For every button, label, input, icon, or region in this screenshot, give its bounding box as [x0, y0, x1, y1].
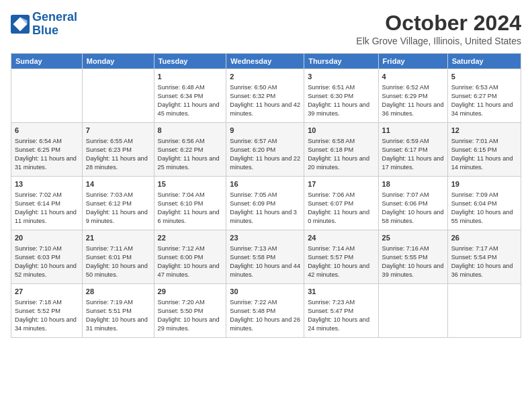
calendar-cell: 15Sunrise: 7:04 AM Sunset: 6:10 PM Dayli…	[154, 177, 226, 230]
day-number: 21	[86, 233, 150, 243]
calendar-cell: 13Sunrise: 7:02 AM Sunset: 6:14 PM Dayli…	[11, 177, 83, 230]
day-number: 15	[158, 179, 223, 189]
day-number: 13	[15, 179, 79, 189]
calendar-week-3: 13Sunrise: 7:02 AM Sunset: 6:14 PM Dayli…	[11, 177, 521, 230]
calendar-cell: 11Sunrise: 6:59 AM Sunset: 6:17 PM Dayli…	[378, 123, 447, 177]
column-header-wednesday: Wednesday	[226, 54, 304, 69]
day-number: 9	[230, 126, 300, 136]
page-header: General Blue October 2024 Elk Grove Vill…	[11, 11, 521, 46]
day-detail: Sunrise: 6:54 AM Sunset: 6:25 PM Dayligh…	[15, 137, 79, 172]
day-number: 6	[15, 126, 79, 136]
calendar-cell: 7Sunrise: 6:55 AM Sunset: 6:23 PM Daylig…	[82, 123, 154, 177]
day-number: 24	[308, 233, 374, 243]
calendar-cell: 5Sunrise: 6:53 AM Sunset: 6:27 PM Daylig…	[447, 69, 521, 123]
day-number: 29	[158, 287, 223, 297]
column-header-friday: Friday	[378, 54, 447, 69]
calendar-table: SundayMondayTuesdayWednesdayThursdayFrid…	[11, 53, 521, 338]
day-detail: Sunrise: 6:51 AM Sunset: 6:30 PM Dayligh…	[308, 83, 374, 118]
day-number: 10	[308, 126, 374, 136]
calendar-week-1: 1Sunrise: 6:48 AM Sunset: 6:34 PM Daylig…	[11, 69, 521, 123]
column-header-sunday: Sunday	[11, 54, 83, 69]
calendar-cell: 29Sunrise: 7:20 AM Sunset: 5:50 PM Dayli…	[154, 284, 226, 338]
calendar-cell: 19Sunrise: 7:09 AM Sunset: 6:04 PM Dayli…	[447, 177, 521, 230]
day-number: 28	[86, 287, 150, 297]
calendar-cell: 27Sunrise: 7:18 AM Sunset: 5:52 PM Dayli…	[11, 284, 83, 338]
day-detail: Sunrise: 7:22 AM Sunset: 5:48 PM Dayligh…	[230, 298, 300, 333]
calendar-cell: 22Sunrise: 7:12 AM Sunset: 6:00 PM Dayli…	[154, 230, 226, 284]
calendar-cell	[11, 69, 83, 123]
column-header-saturday: Saturday	[447, 54, 521, 69]
day-detail: Sunrise: 7:20 AM Sunset: 5:50 PM Dayligh…	[158, 298, 223, 333]
logo-icon	[11, 15, 30, 34]
day-number: 31	[308, 287, 374, 297]
day-detail: Sunrise: 6:59 AM Sunset: 6:17 PM Dayligh…	[382, 137, 444, 172]
day-detail: Sunrise: 6:56 AM Sunset: 6:22 PM Dayligh…	[158, 137, 223, 172]
day-number: 5	[451, 72, 517, 82]
day-detail: Sunrise: 7:16 AM Sunset: 5:55 PM Dayligh…	[382, 244, 444, 279]
day-number: 22	[158, 233, 223, 243]
day-number: 25	[382, 233, 444, 243]
calendar-cell: 1Sunrise: 6:48 AM Sunset: 6:34 PM Daylig…	[154, 69, 226, 123]
day-number: 11	[382, 126, 444, 136]
day-number: 26	[451, 233, 517, 243]
day-number: 12	[451, 126, 517, 136]
calendar-cell: 23Sunrise: 7:13 AM Sunset: 5:58 PM Dayli…	[226, 230, 304, 284]
day-detail: Sunrise: 6:52 AM Sunset: 6:29 PM Dayligh…	[382, 83, 444, 118]
logo: General Blue	[11, 11, 77, 38]
page-subtitle: Elk Grove Village, Illinois, United Stat…	[356, 36, 521, 46]
calendar-cell: 21Sunrise: 7:11 AM Sunset: 6:01 PM Dayli…	[82, 230, 154, 284]
day-number: 1	[158, 72, 223, 82]
calendar-cell: 10Sunrise: 6:58 AM Sunset: 6:18 PM Dayli…	[304, 123, 378, 177]
calendar-cell	[447, 284, 521, 338]
day-number: 27	[15, 287, 79, 297]
column-header-monday: Monday	[82, 54, 154, 69]
calendar-cell: 6Sunrise: 6:54 AM Sunset: 6:25 PM Daylig…	[11, 123, 83, 177]
calendar-cell: 8Sunrise: 6:56 AM Sunset: 6:22 PM Daylig…	[154, 123, 226, 177]
calendar-cell: 16Sunrise: 7:05 AM Sunset: 6:09 PM Dayli…	[226, 177, 304, 230]
calendar-cell: 25Sunrise: 7:16 AM Sunset: 5:55 PM Dayli…	[378, 230, 447, 284]
day-detail: Sunrise: 7:12 AM Sunset: 6:00 PM Dayligh…	[158, 244, 223, 279]
day-detail: Sunrise: 7:18 AM Sunset: 5:52 PM Dayligh…	[15, 298, 79, 333]
calendar-cell: 18Sunrise: 7:07 AM Sunset: 6:06 PM Dayli…	[378, 177, 447, 230]
calendar-cell: 9Sunrise: 6:57 AM Sunset: 6:20 PM Daylig…	[226, 123, 304, 177]
day-number: 4	[382, 72, 444, 82]
day-detail: Sunrise: 7:02 AM Sunset: 6:14 PM Dayligh…	[15, 191, 79, 226]
day-detail: Sunrise: 7:09 AM Sunset: 6:04 PM Dayligh…	[451, 191, 517, 226]
day-number: 14	[86, 179, 150, 189]
title-block: October 2024 Elk Grove Village, Illinois…	[356, 11, 521, 46]
day-number: 16	[230, 179, 300, 189]
calendar-cell: 28Sunrise: 7:19 AM Sunset: 5:51 PM Dayli…	[82, 284, 154, 338]
day-detail: Sunrise: 7:06 AM Sunset: 6:07 PM Dayligh…	[308, 191, 374, 226]
day-detail: Sunrise: 6:50 AM Sunset: 6:32 PM Dayligh…	[230, 83, 300, 118]
day-detail: Sunrise: 7:04 AM Sunset: 6:10 PM Dayligh…	[158, 191, 223, 226]
calendar-cell: 24Sunrise: 7:14 AM Sunset: 5:57 PM Dayli…	[304, 230, 378, 284]
day-detail: Sunrise: 6:55 AM Sunset: 6:23 PM Dayligh…	[86, 137, 150, 172]
day-number: 23	[230, 233, 300, 243]
calendar-week-2: 6Sunrise: 6:54 AM Sunset: 6:25 PM Daylig…	[11, 123, 521, 177]
day-number: 19	[451, 179, 517, 189]
day-number: 8	[158, 126, 223, 136]
day-number: 17	[308, 179, 374, 189]
calendar-cell: 31Sunrise: 7:23 AM Sunset: 5:47 PM Dayli…	[304, 284, 378, 338]
calendar-header: SundayMondayTuesdayWednesdayThursdayFrid…	[11, 54, 521, 69]
calendar-cell: 3Sunrise: 6:51 AM Sunset: 6:30 PM Daylig…	[304, 69, 378, 123]
calendar-cell: 4Sunrise: 6:52 AM Sunset: 6:29 PM Daylig…	[378, 69, 447, 123]
day-number: 18	[382, 179, 444, 189]
day-number: 7	[86, 126, 150, 136]
calendar-cell	[82, 69, 154, 123]
column-header-tuesday: Tuesday	[154, 54, 226, 69]
day-detail: Sunrise: 7:19 AM Sunset: 5:51 PM Dayligh…	[86, 298, 150, 333]
calendar-cell	[378, 284, 447, 338]
day-detail: Sunrise: 7:13 AM Sunset: 5:58 PM Dayligh…	[230, 244, 300, 279]
day-detail: Sunrise: 7:11 AM Sunset: 6:01 PM Dayligh…	[86, 244, 150, 279]
day-detail: Sunrise: 7:01 AM Sunset: 6:15 PM Dayligh…	[451, 137, 517, 172]
calendar-cell: 12Sunrise: 7:01 AM Sunset: 6:15 PM Dayli…	[447, 123, 521, 177]
day-number: 30	[230, 287, 300, 297]
day-detail: Sunrise: 7:14 AM Sunset: 5:57 PM Dayligh…	[308, 244, 374, 279]
calendar-cell: 17Sunrise: 7:06 AM Sunset: 6:07 PM Dayli…	[304, 177, 378, 230]
day-detail: Sunrise: 6:48 AM Sunset: 6:34 PM Dayligh…	[158, 83, 223, 118]
calendar-cell: 30Sunrise: 7:22 AM Sunset: 5:48 PM Dayli…	[226, 284, 304, 338]
day-number: 2	[230, 72, 300, 82]
logo-text: General Blue	[32, 11, 77, 38]
day-detail: Sunrise: 7:05 AM Sunset: 6:09 PM Dayligh…	[230, 191, 300, 226]
